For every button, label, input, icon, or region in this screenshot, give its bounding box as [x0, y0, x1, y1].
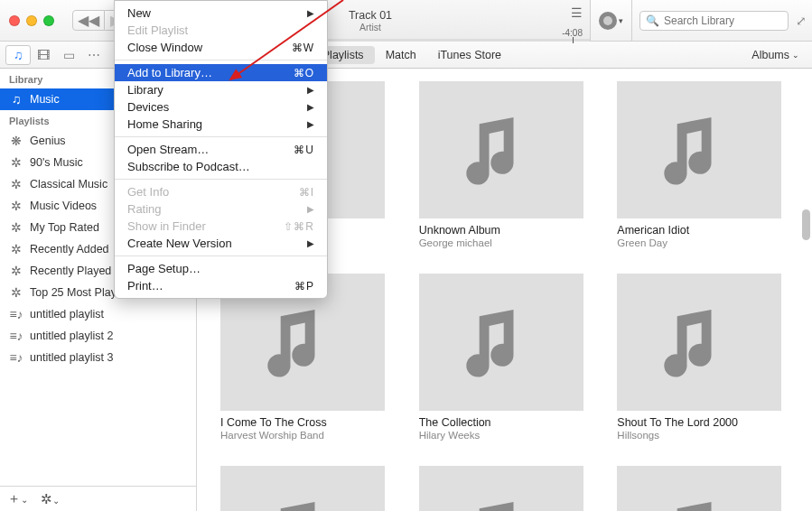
album-tile[interactable] [617, 466, 789, 511]
menu-library[interactable]: Library▶ [115, 81, 327, 98]
tab-itunes-store[interactable]: iTunes Store [427, 46, 512, 64]
media-kind-switcher: ♫ 🎞 ▭ ⋯ [0, 45, 107, 65]
music-note-icon: ♫ [9, 92, 23, 107]
submenu-arrow-icon: ▶ [307, 204, 314, 214]
album-artist: Green Day [617, 237, 789, 248]
album-tile[interactable]: American IdiotGreen Day [617, 81, 789, 248]
album-art-placeholder [617, 466, 781, 511]
menu-edit-playlist: Edit Playlist [115, 22, 327, 39]
menu-separator [115, 136, 327, 137]
menu-separator [115, 256, 327, 256]
submenu-arrow-icon: ▶ [307, 85, 314, 95]
tab-match[interactable]: Match [375, 46, 427, 64]
album-art-placeholder [220, 466, 385, 511]
menu-home-sharing[interactable]: Home Sharing▶ [115, 116, 327, 133]
album-tile[interactable]: Shout To The Lord 2000Hillsongs [617, 274, 789, 441]
sidebar-item-label: Classical Music [30, 178, 107, 190]
sidebar-item-label: untitled playlist [30, 308, 104, 321]
sidebar-item-label: untitled playlist 3 [30, 351, 113, 364]
sidebar-item[interactable]: ≡♪untitled playlist 3 [0, 347, 196, 368]
view-selector[interactable]: Albums ⌄ [751, 49, 799, 61]
genius-icon: ❋ [9, 134, 23, 148]
menu-print[interactable]: Print…⌘P [115, 277, 327, 294]
playlist-settings-button[interactable]: ✲⌄ [41, 491, 60, 507]
menu-add-to-library[interactable]: Add to Library…⌘O [115, 64, 327, 81]
menu-page-setup[interactable]: Page Setup… [115, 260, 327, 277]
scrollbar[interactable] [798, 69, 812, 511]
submenu-arrow-icon: ▶ [307, 8, 314, 18]
album-tile[interactable]: Unknown AlbumGeorge michael [419, 81, 591, 248]
search-input[interactable] [664, 14, 799, 27]
sidebar-item-label: Recently Played [30, 265, 111, 277]
up-next-icon[interactable]: ☰ [571, 5, 583, 20]
sidebar-footer: ＋⌄ ✲⌄ [0, 486, 196, 511]
album-art-placeholder [419, 466, 583, 511]
menu-separator [115, 179, 327, 180]
album-art-placeholder [617, 81, 781, 218]
playlist-icon: ≡♪ [9, 329, 23, 343]
gear-icon: ✲ [9, 242, 23, 256]
gear-icon: ✲ [9, 177, 23, 191]
sidebar-item-label: Recently Added [30, 243, 109, 256]
menu-close-window[interactable]: Close Window⌘W [115, 39, 327, 56]
album-title: American Idiot [617, 224, 789, 237]
movies-source-icon[interactable]: 🎞 [31, 45, 56, 65]
sidebar-item[interactable]: ≡♪untitled playlist 2 [0, 325, 196, 347]
window-controls [0, 15, 54, 26]
zoom-window-icon[interactable] [43, 15, 54, 26]
search-field[interactable]: 🔍 [639, 11, 789, 31]
album-artist: Harvest Worship Band [220, 430, 392, 441]
scrollbar-thumb[interactable] [802, 209, 810, 240]
gear-icon: ✲ [9, 264, 23, 278]
fullscreen-icon[interactable]: ⤢ [796, 14, 812, 28]
menu-create-new-version[interactable]: Create New Version▶ [115, 235, 327, 252]
chevron-down-icon: ⌄ [792, 51, 799, 60]
album-title: Shout To The Lord 2000 [617, 416, 789, 429]
album-art-placeholder [419, 274, 583, 411]
track-artist: Artist [359, 22, 381, 33]
gear-icon: ✲ [9, 155, 23, 170]
more-sources-icon[interactable]: ⋯ [81, 45, 107, 65]
file-menu: New▶ Edit Playlist Close Window⌘W Add to… [114, 0, 328, 299]
submenu-arrow-icon: ▶ [307, 119, 314, 129]
album-tile[interactable] [220, 466, 392, 511]
menu-get-info: Get Info⌘I [115, 183, 327, 200]
menu-show-in-finder: Show in Finder⇧⌘R [115, 218, 327, 235]
gear-icon: ✲ [9, 199, 23, 213]
track-title: Track 01 [349, 9, 392, 22]
album-tile[interactable]: The CollectionHilary Weeks [419, 274, 591, 441]
sidebar-item-label: Music Videos [30, 200, 97, 212]
menu-new[interactable]: New▶ [115, 5, 327, 22]
close-window-icon[interactable] [9, 15, 20, 26]
minimize-window-icon[interactable] [26, 15, 37, 26]
avatar-icon [599, 12, 617, 30]
album-art-placeholder [419, 81, 583, 218]
album-title: The Collection [419, 416, 591, 429]
chevron-down-icon: ▾ [619, 16, 623, 25]
submenu-arrow-icon: ▶ [307, 238, 314, 248]
menu-devices[interactable]: Devices▶ [115, 98, 327, 116]
sidebar-item-label: Genius [30, 135, 66, 147]
gear-icon: ✲ [9, 285, 23, 300]
menu-open-stream[interactable]: Open Stream…⌘U [115, 141, 327, 158]
album-title: I Come To The Cross [220, 416, 392, 429]
menu-separator [115, 60, 327, 60]
sidebar-item-label: My Top Rated [30, 221, 99, 234]
sidebar-item-label: 90's Music [30, 156, 83, 169]
add-playlist-button[interactable]: ＋⌄ [7, 490, 28, 507]
album-artist: George michael [419, 237, 591, 248]
menu-subscribe-podcast[interactable]: Subscribe to Podcast… [115, 158, 327, 175]
sidebar-item[interactable]: ≡♪untitled playlist [0, 303, 196, 325]
album-artist: Hilary Weeks [419, 430, 591, 441]
music-source-icon[interactable]: ♫ [5, 45, 31, 65]
tv-source-icon[interactable]: ▭ [56, 45, 81, 65]
sidebar-item-label: Music [30, 93, 60, 106]
back-button[interactable]: ◀◀ [72, 10, 105, 31]
album-art-placeholder [617, 274, 781, 411]
album-artist: Hillsongs [617, 430, 789, 441]
album-tile[interactable] [419, 466, 591, 511]
album-title: Unknown Album [419, 224, 591, 237]
account-button[interactable]: ▾ [591, 0, 632, 42]
sidebar-item-label: untitled playlist 2 [30, 330, 113, 342]
menu-rating: Rating▶ [115, 200, 327, 218]
